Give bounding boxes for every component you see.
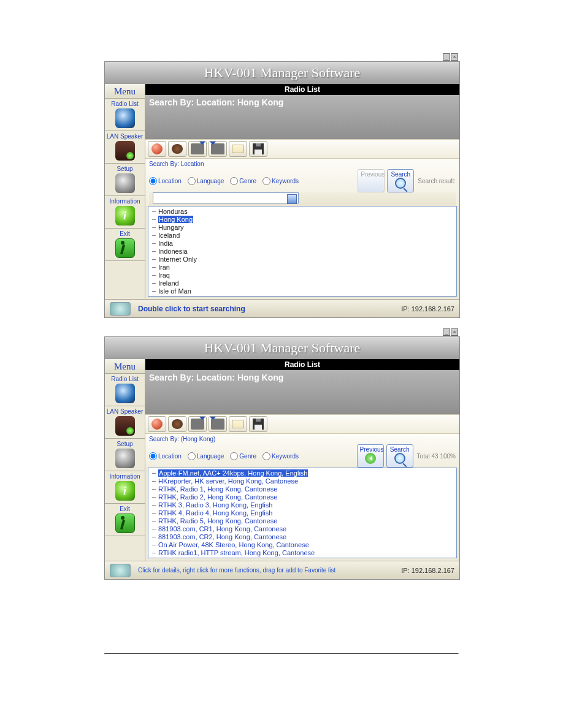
mode-label: Genre [239,178,256,184]
mode-label: Genre [239,453,256,460]
toolbar-save-disk-button[interactable] [249,141,267,157]
location-item[interactable]: Internet Only [152,256,456,264]
toolbar-globe-red-button[interactable] [148,141,166,157]
location-item[interactable]: India [152,240,456,248]
list-item-label: RTHK 4, Radio 4, Hong Kong, English [158,509,272,517]
previous-button: Previous [358,169,385,192]
toolbar-favorite-button[interactable] [168,416,186,432]
mode-radio-input[interactable] [149,177,157,185]
mode-radio-input[interactable] [188,177,196,185]
mode-radio-input[interactable] [188,452,196,460]
station-item[interactable]: RTHK 4, Radio 4, Hong Kong, English [152,509,456,517]
station-item[interactable]: On Air Power, 48K Stereo, Hong Kong, Can… [152,541,456,549]
sidebar-item-setup[interactable]: Setup [105,439,145,471]
minimize-button[interactable]: _ [443,328,450,336]
exit-icon [115,238,135,258]
search-button[interactable]: Search [386,444,413,468]
mode-keywords-radio[interactable]: Keywords [262,452,299,460]
mode-radio-input[interactable] [149,452,157,460]
search-label: Search [389,446,410,453]
station-item[interactable]: RTHK, Radio 1, Hong Kong, Cantonese [152,485,456,493]
list-item-label: Internet Only [158,256,197,263]
list-item-label: HKreporter, HK server, Hong Kong, Canton… [158,477,298,485]
list-item-label: Honduras [158,208,188,215]
mode-genre-radio[interactable]: Genre [230,452,256,460]
location-item[interactable]: Indonesia [152,248,456,256]
mode-genre-radio[interactable]: Genre [230,177,256,185]
list-item-label: Iceland [158,232,180,239]
mode-location-radio[interactable]: Location [149,452,182,460]
toolbar-from-device-button[interactable] [209,141,227,157]
monitor-icon [110,564,131,577]
sidebar-item-radio-list[interactable]: Radio List [105,374,145,406]
sidebar-item-information[interactable]: Information [105,196,145,229]
mode-location-radio[interactable]: Location [149,177,182,185]
search-mode-radios: LocationLanguageGenreKeywordsPreviousSea… [149,169,456,192]
close-button[interactable]: × [451,328,458,336]
toolbar-open-folder-button[interactable] [229,416,247,432]
station-item[interactable]: 881903.com, CR2, Hong Kong, Cantonese [152,533,456,541]
globe-red-icon [151,419,163,430]
mode-language-radio[interactable]: Language [188,177,224,185]
list-item-label: Iran [158,264,170,271]
list-item-label: Iraq [158,271,170,279]
search-button[interactable]: Search [387,169,414,192]
globe-red-icon [151,143,163,154]
mode-label: Language [197,178,224,184]
toolbar-to-device-button[interactable] [188,416,207,432]
toolbar-from-device-button[interactable] [209,416,227,432]
main-panel: Radio ListSearch By: Location: Hong Kong… [145,84,459,299]
toolbar-globe-red-button[interactable] [148,416,166,432]
toolbar-save-disk-button[interactable] [249,416,267,432]
location-item[interactable]: Israel [152,295,456,297]
station-item[interactable]: RTHK radio1, HTTP stream, Hong Kong, Can… [152,549,456,557]
toolbar-to-device-button[interactable] [188,141,207,157]
sidebar-item-radio-list[interactable]: Radio List [105,99,145,131]
station-item[interactable]: RTHK 3, Radio 3, Hong Kong, English [152,501,456,509]
mode-language-radio[interactable]: Language [188,452,224,460]
station-item[interactable]: RTHK radio2, HTTP stream, Hong Kong, Can… [152,557,456,558]
toolbar-favorite-button[interactable] [168,141,186,157]
location-item[interactable]: Hong Kong [152,216,456,224]
search-combobox[interactable] [153,192,299,203]
station-item[interactable]: RTHK, Radio 5, Hong Kong, Cantonese [152,517,456,525]
sidebar-item-information[interactable]: Information [105,471,145,504]
search-options: Search By: LocationLocationLanguageGenre… [145,159,459,206]
results-list[interactable]: HondurasHong KongHungaryIcelandIndiaIndo… [148,206,457,297]
mode-radio-input[interactable] [262,177,270,185]
mode-radio-input[interactable] [230,452,238,460]
search-mode-radios: LocationLanguageGenreKeywordsPreviousSea… [149,444,456,468]
sidebar-item-lan-speaker[interactable]: LAN Speaker [105,406,145,439]
status-message: Double click to start searching [138,305,245,313]
location-item[interactable]: Iran [152,264,456,271]
list-item-label: RTHK radio2, HTTP stream, Hong Kong, Can… [158,557,315,558]
sidebar-item-setup[interactable]: Setup [105,164,145,196]
list-item-label: RTHK 3, Radio 3, Hong Kong, English [158,501,272,509]
station-item[interactable]: Apple-FM.net, AAC+ 24kbps, Hong Kong, En… [152,469,456,477]
gear-icon [115,173,135,193]
status-bar: Click for details, right click for more … [105,561,459,579]
mode-keywords-radio[interactable]: Keywords [262,177,299,185]
close-button[interactable]: × [451,53,458,61]
station-item[interactable]: HKreporter, HK server, Hong Kong, Canton… [152,477,456,485]
location-item[interactable]: Iraq [152,271,456,279]
minimize-button[interactable]: _ [443,53,450,61]
location-item[interactable]: Honduras [152,208,456,216]
mode-radio-input[interactable] [230,177,238,185]
sidebar-item-lan-speaker[interactable]: LAN Speaker [105,131,145,164]
list-item-label: Isle of Man [158,287,191,295]
sidebar-item-exit[interactable]: Exit [105,504,145,536]
station-item[interactable]: RTHK, Radio 2, Hong Kong, Cantonese [152,493,456,501]
app-window: _×HKV-001 Manager SoftwareMenuRadio List… [104,61,460,318]
location-item[interactable]: Hungary [152,224,456,232]
toolbar-open-folder-button[interactable] [229,141,247,157]
mode-radio-input[interactable] [262,452,270,460]
location-item[interactable]: Isle of Man [152,287,456,295]
sidebar-item-exit[interactable]: Exit [105,229,145,261]
location-item[interactable]: Iceland [152,232,456,240]
previous-button[interactable]: Previous [357,444,384,468]
title-bar: HKV-001 Manager Software [105,337,459,359]
results-list[interactable]: Apple-FM.net, AAC+ 24kbps, Hong Kong, En… [148,468,457,558]
station-item[interactable]: 881903.com, CR1, Hong Kong, Cantonese [152,525,456,533]
location-item[interactable]: Ireland [152,279,456,287]
